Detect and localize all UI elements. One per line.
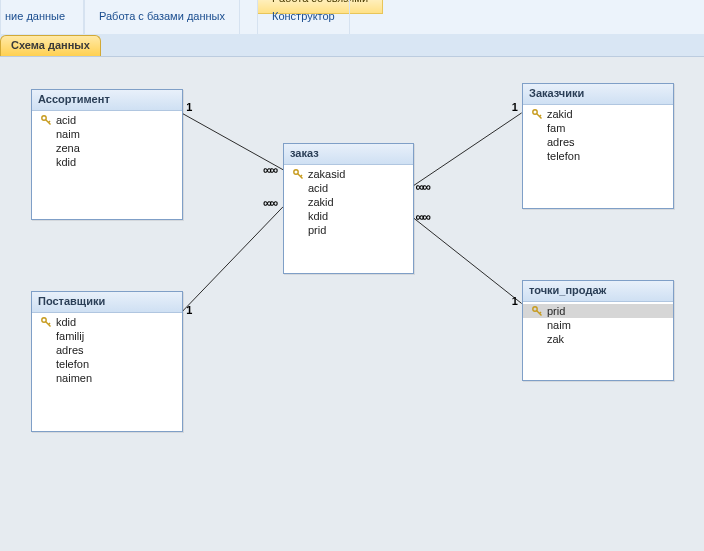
field-row[interactable]: acid bbox=[284, 181, 413, 195]
tab-schema[interactable]: Схема данных bbox=[0, 35, 101, 57]
primary-key-icon bbox=[531, 319, 545, 331]
field-name: zak bbox=[545, 333, 564, 345]
field-row[interactable]: fam bbox=[523, 121, 673, 135]
primary-key-icon bbox=[292, 182, 306, 194]
table-tochki[interactable]: точки_продаж pridnaimzak bbox=[522, 280, 674, 381]
table-postavshiki[interactable]: Поставщики kdidfamilijadrestelefonnaimen bbox=[31, 291, 183, 432]
field-name: familij bbox=[54, 330, 84, 342]
field-name: naimen bbox=[54, 372, 92, 384]
primary-key-icon bbox=[531, 333, 545, 345]
svg-line-14 bbox=[49, 121, 51, 123]
field-name: prid bbox=[306, 224, 326, 236]
field-row[interactable]: kdid bbox=[32, 315, 182, 329]
field-name: zena bbox=[54, 142, 80, 154]
primary-key-icon bbox=[40, 344, 54, 356]
field-name: naim bbox=[545, 319, 571, 331]
svg-line-23 bbox=[49, 323, 51, 325]
field-name: kdid bbox=[54, 316, 76, 328]
table-header: Заказчики bbox=[523, 84, 673, 105]
svg-text:∞∞: ∞∞ bbox=[263, 163, 278, 177]
svg-line-6 bbox=[181, 207, 283, 313]
svg-text:∞∞: ∞∞ bbox=[416, 210, 431, 224]
primary-key-icon bbox=[292, 168, 306, 180]
svg-text:1: 1 bbox=[512, 295, 518, 307]
field-name: zakid bbox=[545, 108, 573, 120]
primary-key-icon bbox=[40, 156, 54, 168]
svg-text:∞∞: ∞∞ bbox=[416, 180, 431, 194]
field-name: zakid bbox=[306, 196, 334, 208]
field-list: pridnaimzak bbox=[523, 302, 673, 380]
field-row[interactable]: naim bbox=[523, 318, 673, 332]
field-row[interactable]: kdid bbox=[284, 209, 413, 223]
primary-key-icon bbox=[40, 372, 54, 384]
primary-key-icon bbox=[40, 142, 54, 154]
svg-line-17 bbox=[301, 175, 303, 177]
field-name: telefon bbox=[545, 150, 580, 162]
svg-text:1: 1 bbox=[512, 101, 518, 113]
table-header: Поставщики bbox=[32, 292, 182, 313]
primary-key-icon bbox=[292, 196, 306, 208]
field-row[interactable]: adres bbox=[32, 343, 182, 357]
field-list: kdidfamilijadrestelefonnaimen bbox=[32, 313, 182, 431]
tab-strip: Схема данных bbox=[0, 34, 704, 57]
primary-key-icon bbox=[531, 122, 545, 134]
primary-key-icon bbox=[40, 358, 54, 370]
field-name: prid bbox=[545, 305, 565, 317]
field-list: zakidfamadrestelefon bbox=[523, 105, 673, 208]
field-name: naim bbox=[54, 128, 80, 140]
field-row[interactable]: familij bbox=[32, 329, 182, 343]
primary-key-icon bbox=[40, 330, 54, 342]
table-zakazchiki[interactable]: Заказчики zakidfamadrestelefon bbox=[522, 83, 674, 209]
ribbon-item-label: Конструктор bbox=[272, 0, 335, 22]
field-name: telefon bbox=[54, 358, 89, 370]
primary-key-icon bbox=[292, 224, 306, 236]
primary-key-icon bbox=[531, 136, 545, 148]
table-header: Ассортимент bbox=[32, 90, 182, 111]
svg-text:1: 1 bbox=[186, 101, 192, 113]
field-row[interactable]: acid bbox=[32, 113, 182, 127]
ribbon-menu: ние данные Работа с базами данных Работа… bbox=[0, 0, 704, 35]
primary-key-icon bbox=[292, 210, 306, 222]
field-row[interactable]: zakid bbox=[284, 195, 413, 209]
svg-line-26 bbox=[540, 312, 542, 314]
table-assortiment[interactable]: Ассортимент acidnaimzenakdid bbox=[31, 89, 183, 220]
table-header: точки_продаж bbox=[523, 281, 673, 302]
field-row[interactable]: naim bbox=[32, 127, 182, 141]
ribbon-item-db-tools[interactable]: Работа с базами данных bbox=[84, 0, 240, 34]
field-row[interactable]: naimen bbox=[32, 371, 182, 385]
field-row[interactable]: telefon bbox=[32, 357, 182, 371]
field-row[interactable]: zena bbox=[32, 141, 182, 155]
primary-key-icon bbox=[40, 128, 54, 140]
primary-key-icon bbox=[531, 108, 545, 120]
field-name: zakasid bbox=[306, 168, 345, 180]
field-row[interactable]: zakasid bbox=[284, 167, 413, 181]
primary-key-icon bbox=[40, 114, 54, 126]
field-row[interactable]: telefon bbox=[523, 149, 673, 163]
field-row[interactable]: prid bbox=[284, 223, 413, 237]
field-row[interactable]: prid bbox=[523, 304, 673, 318]
field-name: kdid bbox=[54, 156, 76, 168]
table-zakaz[interactable]: заказ zakasidacidzakidkdidprid bbox=[283, 143, 414, 274]
tab-label: Схема данных bbox=[11, 39, 90, 51]
primary-key-icon bbox=[531, 305, 545, 317]
ribbon-item-designer[interactable]: Конструктор bbox=[257, 0, 350, 34]
svg-line-20 bbox=[540, 115, 542, 117]
field-row[interactable]: zak bbox=[523, 332, 673, 346]
ribbon-item-label: ние данные bbox=[5, 0, 69, 22]
relationship-canvas[interactable]: 1 ∞∞ 1 ∞∞ 1 ∞∞ 1 ∞∞ Ассортимент acidnaim… bbox=[0, 56, 704, 551]
field-name: acid bbox=[54, 114, 76, 126]
primary-key-icon bbox=[531, 150, 545, 162]
field-row[interactable]: kdid bbox=[32, 155, 182, 169]
svg-line-0 bbox=[181, 113, 283, 170]
svg-text:1: 1 bbox=[186, 304, 192, 316]
svg-text:∞∞: ∞∞ bbox=[263, 196, 278, 210]
field-row[interactable]: adres bbox=[523, 135, 673, 149]
svg-line-9 bbox=[412, 217, 522, 304]
svg-line-3 bbox=[412, 113, 522, 187]
ribbon-item-label: Работа с базами данных bbox=[99, 0, 225, 22]
field-name: adres bbox=[545, 136, 575, 148]
primary-key-icon bbox=[40, 316, 54, 328]
ribbon-item-external[interactable]: ние данные bbox=[0, 0, 84, 34]
field-row[interactable]: zakid bbox=[523, 107, 673, 121]
field-name: adres bbox=[54, 344, 84, 356]
